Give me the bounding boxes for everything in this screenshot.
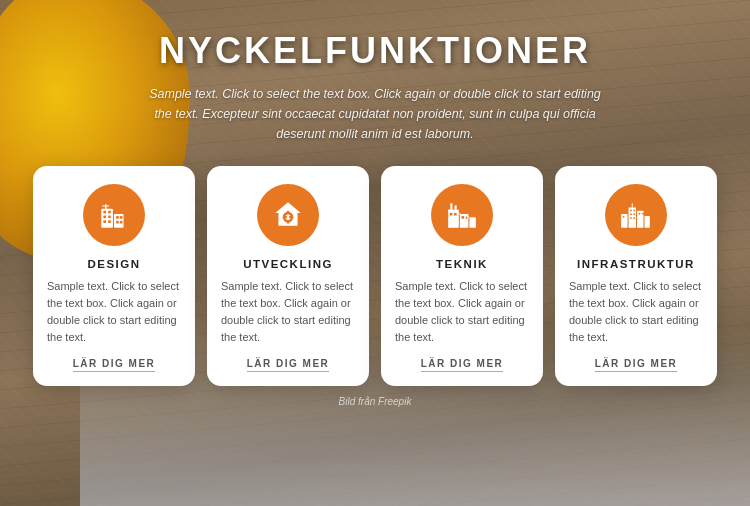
svg-rect-35 — [630, 210, 632, 212]
teknik-learn-more-link[interactable]: LÄR DIG MER — [421, 358, 504, 372]
svg-rect-17 — [287, 220, 289, 223]
infrastruktur-card-text: Sample text. Click to select the text bo… — [569, 278, 703, 346]
gear-icon — [271, 198, 305, 232]
card-teknik: TEKNIK Sample text. Click to select the … — [381, 166, 543, 386]
svg-rect-43 — [639, 213, 641, 215]
svg-rect-0 — [101, 209, 113, 228]
svg-rect-20 — [448, 210, 459, 228]
svg-rect-2 — [103, 211, 106, 214]
factory-icon — [445, 198, 479, 232]
design-learn-more-link[interactable]: LÄR DIG MER — [73, 358, 156, 372]
teknik-icon-circle — [431, 184, 493, 246]
design-card-title: DESIGN — [87, 258, 140, 270]
design-icon-circle — [83, 184, 145, 246]
utveckling-card-text: Sample text. Click to select the text bo… — [221, 278, 355, 346]
svg-rect-10 — [116, 221, 119, 224]
svg-rect-4 — [103, 216, 106, 219]
city-icon — [619, 198, 653, 232]
infrastruktur-icon-circle — [605, 184, 667, 246]
main-content: NYCKELFUNKTIONER Sample text. Click to s… — [0, 0, 750, 422]
svg-rect-16 — [287, 211, 289, 214]
svg-rect-26 — [454, 213, 457, 216]
card-infrastruktur: INFRASTRUKTUR Sample text. Click to sele… — [555, 166, 717, 386]
utveckling-icon-circle — [257, 184, 319, 246]
svg-rect-18 — [284, 216, 287, 218]
svg-rect-34 — [645, 216, 650, 228]
svg-rect-11 — [120, 221, 123, 224]
cards-container: DESIGN Sample text. Click to select the … — [25, 166, 725, 386]
svg-rect-3 — [108, 211, 111, 214]
teknik-card-text: Sample text. Click to select the text bo… — [395, 278, 529, 346]
svg-rect-19 — [289, 216, 292, 218]
infrastruktur-card-title: INFRASTRUKTUR — [577, 258, 695, 270]
svg-rect-40 — [633, 217, 635, 219]
svg-rect-41 — [632, 203, 633, 208]
card-utveckling: UTVECKLING Sample text. Click to select … — [207, 166, 369, 386]
svg-rect-24 — [455, 205, 457, 210]
teknik-card-title: TEKNIK — [436, 258, 488, 270]
svg-rect-22 — [469, 217, 475, 228]
building-icon — [97, 198, 131, 232]
svg-rect-38 — [633, 213, 635, 215]
footer-credit: Bild från Freepik — [25, 396, 725, 407]
utveckling-card-title: UTVECKLING — [243, 258, 333, 270]
svg-rect-27 — [461, 216, 464, 219]
infrastruktur-learn-more-link[interactable]: LÄR DIG MER — [595, 358, 678, 372]
svg-rect-7 — [108, 220, 111, 223]
design-card-text: Sample text. Click to select the text bo… — [47, 278, 181, 346]
utveckling-learn-more-link[interactable]: LÄR DIG MER — [247, 358, 330, 372]
svg-rect-13 — [102, 205, 109, 206]
svg-rect-12 — [105, 204, 107, 209]
svg-rect-5 — [108, 216, 111, 219]
svg-rect-39 — [630, 217, 632, 219]
svg-rect-8 — [116, 216, 119, 219]
svg-rect-36 — [633, 210, 635, 212]
svg-rect-31 — [621, 214, 627, 228]
card-design: DESIGN Sample text. Click to select the … — [33, 166, 195, 386]
svg-rect-37 — [630, 213, 632, 215]
svg-rect-42 — [623, 216, 625, 218]
svg-rect-6 — [103, 220, 106, 223]
page-subtitle: Sample text. Click to select the text bo… — [145, 84, 605, 144]
svg-rect-25 — [450, 213, 453, 216]
page-title: NYCKELFUNKTIONER — [25, 30, 725, 72]
svg-rect-23 — [450, 203, 452, 210]
svg-rect-44 — [642, 213, 644, 215]
svg-rect-9 — [120, 216, 123, 219]
